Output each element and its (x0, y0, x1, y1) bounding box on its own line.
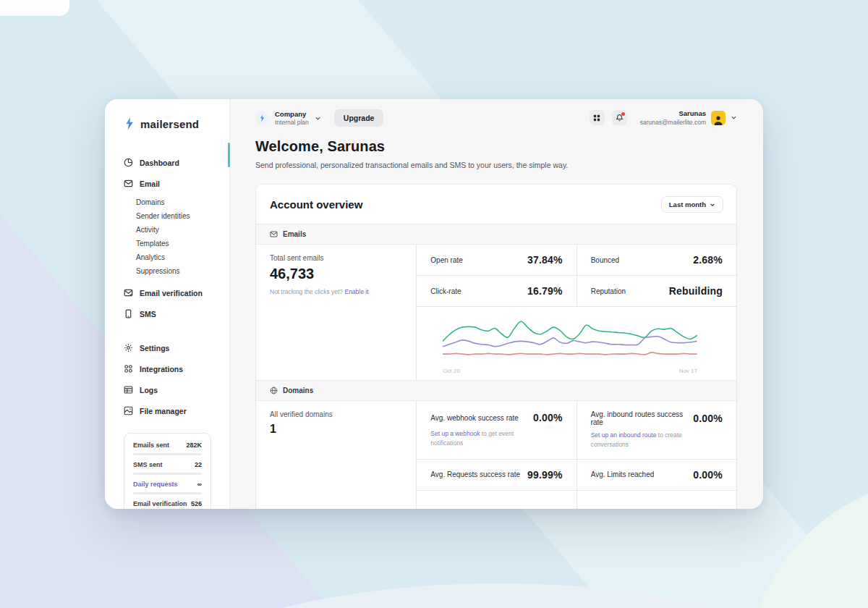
page-title: Welcome, Sarunas (255, 138, 737, 155)
sidebar: mailersend Dashboard Email Domains Sende… (105, 99, 230, 509)
sidebar-item-email-verification[interactable]: Email verification (105, 282, 229, 303)
metric-label: All verified domains (270, 410, 402, 418)
phone-icon (124, 309, 133, 318)
topbar: Company Internal plan Upgrade (230, 99, 763, 127)
sidebar-nav: Dashboard Email Domains Sender identitie… (105, 152, 229, 421)
sidebar-item-label: File manager (140, 407, 187, 415)
domains-metrics-grid: All verified domains 1 Avg. webhook succ… (256, 401, 736, 509)
chart-series-opens (443, 321, 697, 341)
metric-value: 16.79% (527, 285, 563, 297)
company-selector[interactable]: Company Internal plan (255, 110, 321, 127)
chevron-down-icon (731, 114, 737, 121)
person-photo (712, 115, 724, 125)
user-name: Sarunas (640, 109, 706, 118)
inbound-setup-note: Set up an inbound route to create conver… (591, 431, 699, 449)
email-check-icon (124, 288, 133, 297)
sidebar-item-domains[interactable]: Domains (105, 195, 229, 209)
click-rate-cell: Click-rate 16.79% (416, 275, 576, 306)
mailersend-logo: mailersend (105, 99, 229, 130)
setup-webhook-link[interactable]: Set up a webhook (430, 430, 480, 437)
enable-it-link[interactable]: Enable it (344, 288, 368, 295)
background-corner-shape (0, 0, 69, 16)
metric-label: Click-rate (430, 287, 461, 295)
metric-label: Bounced (591, 256, 619, 264)
sidebar-item-dashboard[interactable]: Dashboard (105, 152, 229, 173)
card-title: Account overview (270, 198, 362, 211)
metric-value: 0.00% (693, 469, 723, 481)
sidebar-item-activity[interactable]: Activity (105, 223, 229, 237)
card-header: Account overview Last month (256, 185, 736, 224)
chart-series-bounces (443, 352, 697, 355)
metric-value: 99.99% (527, 469, 563, 481)
inbound-routes-cell: Avg. inbound routes success rate 0.00% S… (576, 401, 736, 459)
verified-domains-cell: All verified domains 1 (256, 401, 416, 509)
usage-label: Emails sent (133, 442, 169, 449)
metric-value: 37.84% (527, 254, 563, 266)
metric-label: Reputation (591, 287, 626, 295)
sidebar-item-file-manager[interactable]: File manager (105, 400, 229, 421)
sidebar-item-sms[interactable]: SMS (105, 303, 229, 324)
metric-label: Avg. Limits reached (591, 470, 655, 478)
sidebar-item-email[interactable]: Email (105, 173, 229, 194)
usage-progress-bar (133, 492, 202, 494)
sidebar-item-logs[interactable]: Logs (105, 379, 229, 400)
sidebar-item-sender-identities[interactable]: Sender identities (105, 209, 229, 223)
sidebar-item-label: Dashboard (140, 159, 179, 167)
chevron-down-icon (315, 115, 321, 122)
mailersend-bolt-icon (124, 117, 135, 130)
period-select[interactable]: Last month (661, 196, 723, 213)
usage-link-label[interactable]: Daily requests (133, 481, 178, 488)
reputation-cell: Reputation Rebuilding (576, 275, 736, 306)
emails-metrics-grid: Total sent emails 46,733 Not tracking th… (256, 245, 736, 380)
chart-x-axis: Oct 20 Nov 17 (443, 368, 697, 374)
metric-label: Open rate (430, 256, 462, 264)
sidebar-item-suppressions[interactable]: Suppressions (105, 264, 229, 278)
logo-text: mailersend (140, 118, 199, 130)
app-window: mailersend Dashboard Email Domains Sende… (105, 99, 763, 509)
line-chart (443, 316, 697, 363)
email-icon (270, 230, 278, 238)
usage-row-daily-requests[interactable]: Daily requests ∞ (133, 481, 202, 488)
notification-dot (621, 112, 625, 116)
company-avatar (255, 111, 269, 125)
sidebar-item-analytics[interactable]: Analytics (105, 250, 229, 264)
page-subtitle: Send professional, personalized transact… (255, 161, 737, 169)
total-sent-value: 46,733 (270, 266, 402, 282)
sidebar-item-settings[interactable]: Settings (105, 337, 229, 358)
webhook-success-cell: Avg. webhook success rate 0.00% Set up a… (416, 401, 576, 459)
chevron-down-icon (710, 202, 715, 208)
usage-row-emails-sent: Emails sent 282K (133, 442, 202, 449)
topbar-right: Sarunas sarunas@mailerlite.com (590, 109, 737, 126)
clipped-row (576, 490, 736, 510)
user-menu[interactable]: Sarunas sarunas@mailerlite.com (640, 109, 737, 126)
metric-label: Avg. webhook success rate (430, 414, 519, 422)
reputation-status: Rebuilding (669, 285, 723, 297)
welcome-block: Welcome, Sarunas Send professional, pers… (230, 127, 763, 169)
account-overview-card: Account overview Last month Emails Total… (255, 184, 737, 509)
sidebar-item-label: SMS (140, 310, 156, 318)
section-label: Domains (283, 387, 313, 394)
section-label: Emails (283, 230, 306, 238)
chart-series-clicks (443, 337, 697, 347)
usage-value: 282K (186, 442, 202, 449)
sidebar-item-label: Email verification (140, 289, 203, 297)
setup-inbound-route-link[interactable]: Set up an inbound route (591, 431, 657, 439)
avatar[interactable] (711, 111, 726, 125)
metric-value: 0.00% (533, 412, 563, 423)
apps-grid-button[interactable] (590, 110, 605, 125)
upgrade-button[interactable]: Upgrade (334, 109, 384, 127)
sidebar-item-templates[interactable]: Templates (105, 237, 229, 250)
domains-section-header: Domains (256, 380, 736, 401)
notifications-button[interactable] (612, 110, 627, 125)
infinity-value: ∞ (197, 481, 202, 488)
usage-value: 22 (195, 461, 202, 468)
x-axis-label-start: Oct 20 (443, 368, 460, 374)
sidebar-item-integrations[interactable]: Integrations (105, 358, 229, 379)
email-activity-chart: Oct 20 Nov 17 (416, 306, 736, 380)
usage-value: 526 (191, 500, 202, 507)
globe-icon (270, 387, 278, 394)
metric-label: Total sent emails (270, 254, 402, 262)
x-axis-label-end: Nov 17 (679, 368, 697, 374)
metric-value: 0.00% (693, 413, 723, 424)
metric-value: 2.68% (693, 254, 723, 266)
